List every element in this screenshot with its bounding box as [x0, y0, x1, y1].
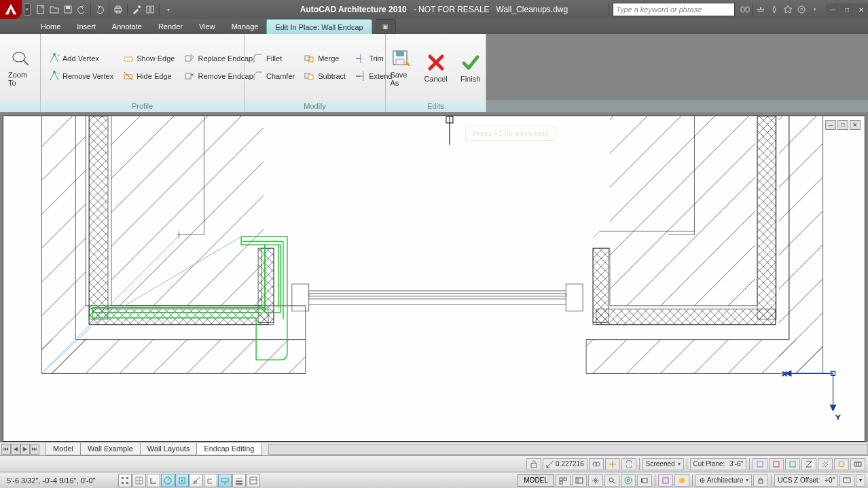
- tab-annotate[interactable]: Annotate: [104, 19, 150, 34]
- app-menu-button[interactable]: [0, 0, 22, 19]
- otrack-toggle[interactable]: [189, 474, 203, 487]
- polar-toggle[interactable]: [161, 474, 175, 487]
- merge-button[interactable]: Merge: [302, 51, 348, 66]
- tab-nav-prev-icon[interactable]: ◀: [11, 444, 20, 455]
- ucs-offset-display[interactable]: UCS Z Offset: +0": [774, 474, 838, 487]
- tab-insert[interactable]: Insert: [69, 19, 104, 34]
- open-icon[interactable]: [48, 3, 60, 16]
- annotation-monitor-icon[interactable]: [658, 474, 673, 487]
- hide-edge-icon: [123, 71, 134, 82]
- search-icon[interactable]: [739, 3, 751, 16]
- print-icon[interactable]: [112, 3, 124, 16]
- exchange-icon[interactable]: [768, 3, 780, 16]
- lineweight-toggle[interactable]: [232, 474, 246, 487]
- redo-icon[interactable]: [94, 3, 106, 16]
- clean-screen-icon[interactable]: [839, 474, 854, 487]
- elevation-toggle-2-icon[interactable]: [769, 458, 784, 470]
- tab-view[interactable]: View: [191, 19, 223, 34]
- maximize-button[interactable]: □: [840, 3, 854, 16]
- ribbon-expand-icon[interactable]: ▣: [376, 19, 396, 34]
- ducs-toggle[interactable]: [204, 474, 217, 487]
- status-customize-icon[interactable]: ▾: [856, 474, 865, 487]
- tab-nav-next-icon[interactable]: ▶: [20, 444, 30, 455]
- snap-toggle[interactable]: [118, 474, 132, 487]
- elevation-toggle-3-icon[interactable]: [785, 458, 800, 470]
- qat-customize-icon[interactable]: ▾: [162, 3, 175, 16]
- layout-tab-model[interactable]: Model: [46, 443, 81, 455]
- viewport-minimize-icon[interactable]: ─: [825, 120, 836, 130]
- svg-rect-44: [89, 116, 108, 319]
- model-space-button[interactable]: MODEL: [518, 474, 554, 487]
- elevation-toggle-1-icon[interactable]: [753, 458, 767, 470]
- zoom-icon[interactable]: [604, 474, 619, 487]
- quickview-layouts-icon[interactable]: [556, 474, 571, 487]
- ortho-toggle[interactable]: [147, 474, 160, 487]
- finish-button[interactable]: Finish: [457, 50, 484, 84]
- layout-tab-endcap-editing[interactable]: Endcap Editing: [196, 443, 261, 455]
- tab-nav-first-icon[interactable]: ⏮: [1, 444, 11, 455]
- app-menu-dropdown[interactable]: ▾: [24, 3, 31, 16]
- surface-hatch-icon[interactable]: [818, 458, 833, 470]
- remove-vertex-button[interactable]: −Remove Vertex: [46, 69, 116, 84]
- fillet-button[interactable]: Fillet: [250, 51, 297, 66]
- save-as-button[interactable]: Save As: [387, 46, 414, 88]
- layer-keyoff-icon[interactable]: [834, 458, 849, 470]
- qp-toggle[interactable]: [247, 474, 260, 487]
- merge-icon: [304, 53, 315, 64]
- viewport-close-icon[interactable]: ✕: [850, 120, 861, 130]
- undo-icon[interactable]: [75, 3, 88, 16]
- chamfer-button[interactable]: Chamfer: [250, 69, 297, 84]
- show-edge-button[interactable]: Show Edge: [120, 51, 177, 66]
- subscription-icon[interactable]: [755, 3, 767, 16]
- search-input[interactable]: Type a keyword or phrase: [613, 3, 735, 16]
- hide-edge-button[interactable]: Hide Edge: [120, 69, 177, 84]
- toolbar-lock-icon[interactable]: [753, 474, 768, 487]
- status-bar-lower: 5'-6 3/32", -0'-4 9/16", 0'-0" MODEL Arc…: [0, 472, 868, 488]
- qat-item-icon[interactable]: [144, 3, 156, 16]
- annotation-scale-button[interactable]: 0.227216: [543, 458, 587, 470]
- help-icon[interactable]: ?: [795, 3, 808, 16]
- svg-rect-69: [531, 464, 537, 468]
- tab-home[interactable]: Home: [33, 19, 69, 34]
- annotation-sync-icon[interactable]: [621, 458, 636, 470]
- replace-z-icon[interactable]: [801, 458, 816, 470]
- svg-rect-73: [774, 461, 779, 467]
- status-bar-upper: 0.227216 Screened Cut Plane: 3'-6": [0, 455, 868, 472]
- tab-render[interactable]: Render: [150, 19, 191, 34]
- zoom-to-button[interactable]: Zoom To: [5, 46, 35, 88]
- grid-toggle[interactable]: [132, 474, 146, 487]
- cut-plane-button[interactable]: Cut Plane: 3'-6": [690, 458, 746, 470]
- visual-style-dropdown[interactable]: Screened: [643, 458, 684, 470]
- steering-wheel-icon[interactable]: [621, 474, 636, 487]
- svg-rect-56: [309, 294, 566, 296]
- layout-tab-wall-layouts[interactable]: Wall Layouts: [140, 443, 198, 455]
- lock-toggle-icon[interactable]: [526, 458, 541, 470]
- help-dropdown-icon[interactable]: ▾: [809, 3, 821, 16]
- osnap-toggle[interactable]: [175, 474, 189, 487]
- unit-toggle-icon[interactable]: [850, 458, 865, 470]
- minimize-button[interactable]: ─: [826, 3, 839, 16]
- tab-manage[interactable]: Manage: [223, 19, 267, 34]
- drawing-canvas[interactable]: ─ □ ✕ Press F1 for more help: [3, 116, 865, 442]
- dyn-toggle[interactable]: [218, 474, 232, 487]
- pan-icon[interactable]: [588, 474, 603, 487]
- add-vertex-button[interactable]: +Add Vertex: [46, 51, 116, 66]
- annotation-autoscale-icon[interactable]: [605, 458, 620, 470]
- workspace-dropdown[interactable]: Architecture: [695, 474, 752, 487]
- favorite-icon[interactable]: [782, 3, 794, 16]
- tab-nav-last-icon[interactable]: ⏭: [30, 444, 39, 455]
- quickview-drawings-icon[interactable]: [572, 474, 587, 487]
- layout-scrollbar[interactable]: [268, 444, 868, 455]
- new-icon[interactable]: [35, 3, 47, 16]
- viewport-maximize-icon[interactable]: □: [837, 120, 848, 130]
- tab-edit-in-place[interactable]: Edit In Place: Wall Endcap: [266, 19, 372, 34]
- save-icon[interactable]: [62, 3, 74, 16]
- match-props-icon[interactable]: [130, 3, 143, 16]
- subtract-button[interactable]: Subtract: [302, 69, 348, 84]
- close-button[interactable]: ✕: [854, 3, 868, 16]
- annotation-visibility-icon[interactable]: [589, 458, 604, 470]
- cancel-button[interactable]: Cancel: [421, 50, 450, 84]
- layout-tab-wall-example[interactable]: Wall Example: [80, 443, 141, 455]
- isolate-objects-icon[interactable]: [674, 474, 689, 487]
- showmotion-icon[interactable]: [637, 474, 652, 487]
